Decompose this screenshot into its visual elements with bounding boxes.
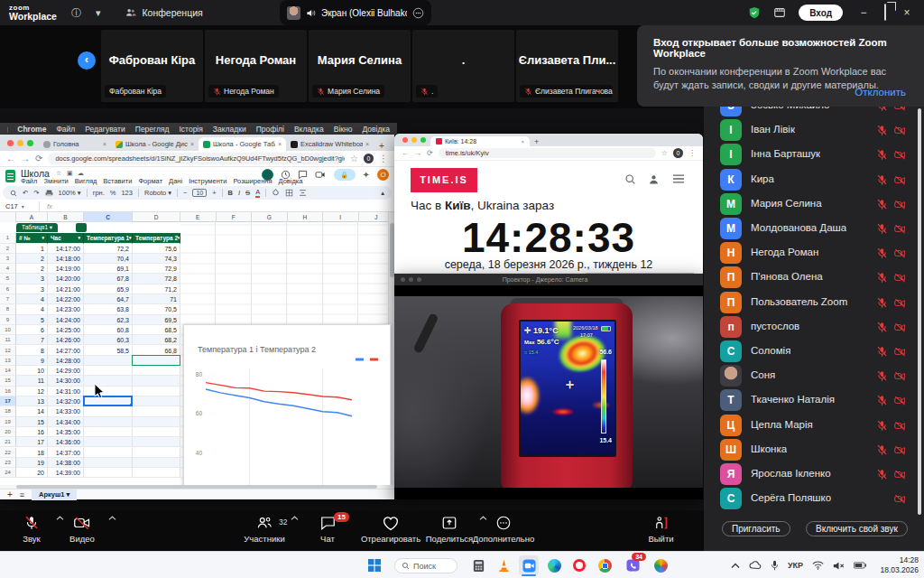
tab-close-icon[interactable]: ×: [190, 141, 194, 147]
mac-menu-7[interactable]: Вкладка: [294, 125, 324, 134]
cell[interactable]: 14:33:00: [48, 406, 84, 416]
cell[interactable]: 6: [16, 325, 48, 335]
cell[interactable]: 19: [16, 458, 48, 468]
cell[interactable]: 14:29:00: [48, 366, 84, 376]
cell[interactable]: 14:39:00: [48, 468, 84, 478]
cell[interactable]: 12: [16, 387, 48, 396]
mac-close-icon[interactable]: [401, 277, 405, 282]
row-header-18[interactable]: 18: [0, 406, 16, 416]
borders-icon[interactable]: [285, 189, 293, 197]
star-icon[interactable]: ☆: [56, 170, 61, 177]
mac-menu-9[interactable]: Довідка: [362, 125, 390, 134]
cell[interactable]: 3: [16, 274, 48, 284]
participant-row[interactable]: ММолдованова Даша: [704, 217, 924, 240]
menu-icon[interactable]: [672, 173, 685, 184]
new-tab-button[interactable]: +: [534, 137, 539, 146]
cell[interactable]: 2: [16, 254, 48, 264]
mac-menu-6[interactable]: Профілі: [256, 125, 284, 134]
more-options-icon[interactable]: [412, 7, 424, 19]
sheet-tab[interactable]: Аркуш1 ▾: [32, 489, 77, 500]
column-header-F[interactable]: F: [217, 212, 253, 222]
row-header-9[interactable]: 9: [0, 315, 16, 325]
language-indicator[interactable]: УКР: [788, 561, 803, 570]
cell[interactable]: 14:22:00: [48, 294, 84, 304]
timeis-browser-window[interactable]: Київ: 14:28 × + ← → ⟳ time.is/uk/Kyiv ☆ …: [394, 134, 703, 275]
tab-close-icon[interactable]: ×: [103, 141, 106, 147]
reload-icon[interactable]: ⟳: [35, 154, 42, 163]
forward-icon[interactable]: →: [414, 149, 421, 157]
panel-scrollbar[interactable]: [918, 108, 921, 515]
font-size-input[interactable]: 10: [192, 189, 207, 197]
cell[interactable]: 14:30:00: [48, 376, 84, 386]
cell[interactable]: [84, 366, 133, 376]
address-bar[interactable]: docs.google.com/spreadsheets/d/1SiNZ_jIZ…: [48, 153, 345, 164]
row-header-3[interactable]: 3: [0, 254, 16, 264]
video-options-chevron[interactable]: [108, 516, 116, 521]
browser-tab-2[interactable]: Школа - Google Таблиці×: [199, 137, 286, 151]
cell[interactable]: [133, 387, 180, 396]
row-header-23[interactable]: 23: [0, 458, 16, 468]
cell[interactable]: [133, 468, 180, 478]
security-shield-icon[interactable]: [748, 6, 761, 19]
video-tile[interactable]: Фаброван КіраФаброван Кіра: [101, 30, 203, 102]
row-header-6[interactable]: 6: [0, 284, 16, 294]
cell[interactable]: [84, 458, 133, 468]
column-header-E[interactable]: E: [180, 212, 217, 222]
mac-menu-8[interactable]: Вікно: [334, 125, 353, 134]
participants-options-chevron[interactable]: [291, 516, 299, 521]
cell[interactable]: 13: [16, 396, 48, 406]
sheets-logo-icon[interactable]: [5, 170, 15, 182]
cell[interactable]: 14:32:00: [48, 396, 84, 406]
battery-icon[interactable]: [854, 562, 866, 569]
cell[interactable]: [84, 417, 133, 427]
cell[interactable]: [84, 356, 133, 366]
column-headers[interactable]: ABCDEFGHIJ: [0, 212, 394, 222]
name-box[interactable]: C17▾: [0, 201, 40, 211]
cell[interactable]: 70,5: [133, 304, 180, 314]
chrome-icon[interactable]: [595, 555, 614, 575]
minimize-button[interactable]: −: [855, 6, 872, 19]
column-header-B[interactable]: B: [48, 212, 84, 222]
tab-close-icon[interactable]: ×: [278, 141, 282, 147]
cell[interactable]: [84, 468, 133, 478]
participant-row[interactable]: ТТкаченко Наталія: [704, 388, 924, 412]
row-header-5[interactable]: 5: [0, 274, 16, 284]
move-folder-icon[interactable]: ▣: [67, 170, 73, 177]
row-header-16[interactable]: 16: [0, 387, 16, 396]
sheets-menu-1[interactable]: Змінити: [43, 177, 68, 185]
audio-button[interactable]: Звук: [9, 514, 54, 544]
cell[interactable]: [133, 406, 180, 416]
cell[interactable]: 14:20:00: [48, 274, 84, 284]
browser-tab-1[interactable]: Школа - Google Диск×: [111, 137, 199, 151]
row-header-24[interactable]: 24: [0, 468, 16, 478]
mac-menu-1[interactable]: Файл: [56, 125, 75, 134]
cell[interactable]: 4: [16, 304, 48, 314]
browser-tab-0[interactable]: Головна×: [39, 137, 111, 151]
cell[interactable]: 14:31:00: [48, 387, 84, 396]
zoom-app-icon[interactable]: [519, 555, 539, 575]
cell[interactable]: 68,2: [133, 335, 180, 345]
participant-row[interactable]: ПП'янова Олена: [704, 266, 924, 289]
percent-format-button[interactable]: %: [110, 189, 116, 197]
account-avatar[interactable]: О: [377, 169, 389, 181]
sheets-browser-window[interactable]: Головна×Школа - Google Диск×Школа - Goog…: [0, 135, 394, 499]
reload-icon[interactable]: ⟳: [427, 149, 433, 157]
row-header-7[interactable]: 7: [0, 294, 16, 304]
cell[interactable]: 9: [16, 356, 48, 366]
cell[interactable]: 71,2: [133, 284, 180, 294]
cell[interactable]: 7: [16, 335, 48, 345]
cell[interactable]: 14:36:00: [48, 437, 84, 447]
signin-button[interactable]: Вход: [799, 5, 843, 21]
back-icon[interactable]: ←: [402, 149, 409, 157]
column-header-I[interactable]: I: [323, 212, 359, 222]
comment-icon[interactable]: [298, 170, 308, 180]
cell[interactable]: [84, 427, 133, 437]
cell[interactable]: 14:38:00: [48, 458, 84, 468]
table-header-cell[interactable]: Температура 2▾: [133, 233, 180, 244]
participant-row[interactable]: ЦЦепла Марія: [704, 414, 924, 437]
mac-window-controls[interactable]: [0, 135, 39, 151]
cell[interactable]: 17: [16, 437, 48, 447]
cell[interactable]: 72,2: [84, 244, 133, 254]
address-bar[interactable]: time.is/uk/Kyiv: [439, 148, 656, 158]
participant-row[interactable]: ККира: [704, 168, 924, 191]
